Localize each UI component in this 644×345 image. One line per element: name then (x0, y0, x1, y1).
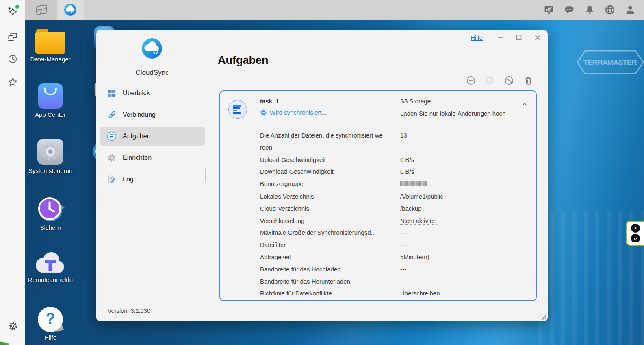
task-icon-bar (233, 110, 237, 111)
task-icon-bar (233, 107, 240, 109)
disable-task-button[interactable] (504, 76, 514, 85)
task-icon (228, 100, 247, 119)
devices-icon[interactable] (6, 30, 20, 44)
resource-monitor-icon[interactable] (543, 4, 555, 15)
settings-gear-icon[interactable] (6, 319, 20, 333)
nav-scrollbar[interactable] (205, 168, 206, 183)
nav-item-tasks[interactable]: Aufgaben (100, 127, 205, 146)
desktop-icon-file-manager[interactable]: Datei-Manager (25, 28, 76, 63)
detail-label: Lokales Verzeichnis (260, 190, 400, 203)
task-detail-row: Verschlüsselung Nicht aktiviert (260, 215, 529, 227)
system-tray (543, 0, 641, 20)
collapse-chevron[interactable] (520, 100, 529, 108)
task-card[interactable]: task_1 Wird synchronisiert... S3 Storage… (219, 90, 537, 301)
app-nav-panel: CloudSync Überblick (96, 30, 208, 321)
messages-icon[interactable] (564, 4, 575, 15)
detail-label: Upload-Geschwindigkeit (260, 154, 400, 166)
detail-value: 13 (400, 129, 529, 142)
detail-label: Dateifilter (260, 239, 400, 251)
user-account-icon[interactable] (624, 4, 636, 15)
favorites-star-icon[interactable] (6, 75, 20, 89)
remote-cloud-t-icon (35, 250, 66, 275)
window-resize-handle[interactable] (540, 314, 546, 320)
detail-label: Benutzergruppe (260, 178, 400, 190)
desktop-icon-remote-login[interactable]: Remoteanmeldu (25, 250, 76, 283)
notifications-bell-icon[interactable] (584, 4, 595, 15)
cloudsync-taskbar-tab[interactable] (57, 0, 84, 20)
nav-item-label: Überblick (123, 90, 150, 97)
detail-label: Maximale Größe der Synchronisierungsd... (260, 227, 400, 239)
recent-clock-icon[interactable] (6, 52, 20, 66)
task-icon-bar (233, 112, 241, 114)
nav-item-log[interactable]: Log (100, 170, 205, 189)
desktop-icon-help[interactable]: ? Hilfe (25, 306, 76, 341)
detail-value: /backup (400, 203, 529, 215)
nav-item-overview[interactable]: Überblick (100, 83, 205, 103)
detail-value: --- (400, 275, 529, 288)
task-detail-row: Download-Geschwindigkeit 0 B/s (260, 166, 529, 178)
desktop-icon-app-center[interactable]: App Center (25, 82, 76, 118)
window-controls: Hilfe (471, 32, 542, 43)
nav-item-label: Log (123, 176, 134, 183)
cloudsync-logo (141, 38, 163, 59)
task-icon-bar (233, 105, 241, 107)
task-name: task_1 (260, 98, 279, 105)
detail-label: Cloud-Verzeichnis (260, 203, 400, 215)
nav-item-setup[interactable]: Einrichten (100, 148, 205, 167)
task-status-text: Wird synchronisiert... (270, 109, 327, 116)
sparkles-icon[interactable] (6, 5, 20, 19)
nav-item-connection[interactable]: Verbindung (100, 105, 205, 124)
detail-value: 5Minute(n) (400, 251, 529, 263)
plant-decoration (0, 339, 9, 345)
detail-value: 0 B/s (400, 154, 529, 166)
detail-value: --- (400, 227, 529, 239)
task-detail-row: Dateifilter --- (260, 239, 529, 251)
add-task-button[interactable] (466, 76, 476, 85)
overlay-close-icon[interactable]: ✕ (631, 224, 640, 233)
detail-value: 0 B/s (400, 166, 529, 178)
nav-item-label: Aufgaben (123, 133, 151, 140)
detail-value: Nicht aktiviert (400, 217, 437, 225)
desktop-icon-control-panel[interactable]: Systemsteuerun (25, 138, 76, 174)
svg-text:?: ? (46, 310, 55, 327)
detail-value: --- (400, 263, 529, 275)
task-toolbar (466, 76, 533, 85)
control-panel-gear-icon (36, 138, 65, 166)
detail-value: Überschreiben (400, 287, 529, 299)
desktop-icon-backup[interactable]: Sichern (25, 194, 76, 231)
close-button[interactable] (533, 33, 542, 42)
delete-task-button[interactable] (523, 76, 533, 85)
sidebar (0, 0, 25, 345)
network-globe-icon[interactable] (604, 4, 616, 15)
detail-label: Verschlüsselung (260, 215, 400, 227)
backup-clock-icon (36, 194, 65, 223)
gear-icon (107, 153, 117, 163)
desktop-icon-label: Remoteanmeldu (28, 276, 73, 283)
task-detail-row: Maximale Größe der Synchronisierungsd...… (260, 227, 529, 239)
eset-edge-overlay: ✕ e (626, 221, 644, 246)
task-detail-row: Die Anzahl der Dateien, die synchronisie… (260, 129, 529, 154)
maximize-button[interactable] (514, 33, 523, 42)
task-detail-row: Benutzergruppe (260, 178, 529, 190)
task-detail-rows: Die Anzahl der Dateien, die synchronisie… (260, 129, 529, 299)
link-icon (107, 110, 117, 120)
task-detail-row: Bandbreite für das Hochladen --- (260, 263, 529, 275)
detail-value: --- (400, 239, 529, 251)
detail-label: Bandbreite für das Herunterladen (260, 275, 400, 288)
folder-icon (35, 28, 66, 55)
task-detail-row: Abfragezeit 5Minute(n) (260, 251, 529, 263)
eset-logo-icon[interactable]: e (631, 234, 640, 242)
task-detail-row: Upload-Geschwindigkeit 0 B/s (260, 154, 529, 166)
terramaster-logo-text: TERRAMASTER (583, 58, 637, 67)
desktop-icon-label: Datei-Manager (30, 56, 70, 63)
show-desktop-tab[interactable] (25, 0, 57, 20)
version-text: Version: 3.2.030 (108, 308, 150, 314)
desktop-icon-label: App Center (35, 111, 66, 118)
cloudsync-window: Hilfe CloudSync (96, 30, 548, 321)
task-status: Wird synchronisiert... (260, 109, 327, 116)
detail-label: Download-Geschwindigkeit (260, 166, 400, 178)
detail-value: /Volume1/public (400, 190, 529, 203)
minimize-button[interactable] (496, 33, 505, 42)
edit-task-button[interactable] (485, 76, 495, 85)
help-link[interactable]: Hilfe (471, 34, 483, 41)
